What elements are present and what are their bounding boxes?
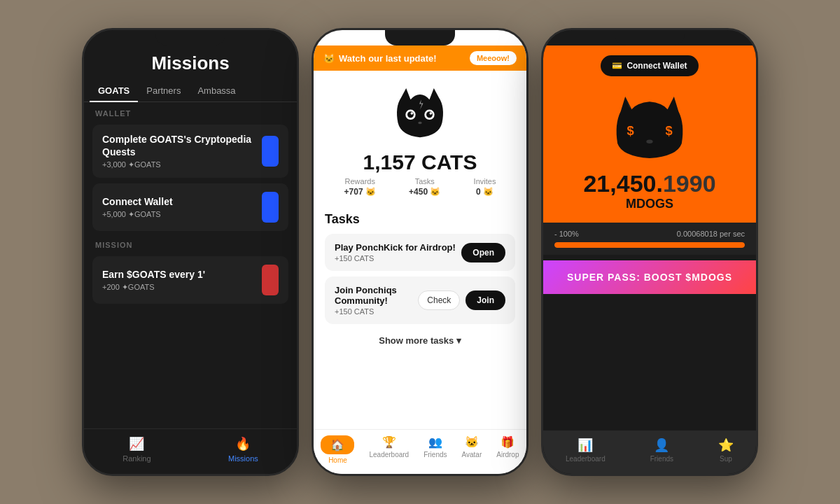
super-pass-button[interactable]: SUPER PASS: BOOST $MDOGS: [543, 260, 756, 294]
bottom-nav: 📈 Ranking 🔥 Missions: [84, 428, 297, 474]
phone-mdogs: 💳 Connect Wallet $ $: [541, 28, 758, 476]
stat-tasks: Tasks +450 🐱: [409, 177, 440, 197]
task-open-button[interactable]: Open: [461, 243, 505, 262]
bnav-friends-label: Friends: [424, 451, 447, 458]
leaderboard-icon: 🏆: [382, 435, 396, 449]
show-more-tasks[interactable]: Show more tasks ▾: [325, 330, 515, 351]
bnav-friends[interactable]: 👥 Friends: [424, 435, 447, 464]
dog-svg: $ $: [611, 89, 688, 166]
progress-section: - 100% 0.00068018 per sec: [543, 223, 756, 255]
bnav-sup-mdogs[interactable]: ⭐ Sup: [718, 438, 734, 463]
stats-row: Rewards +707 🐱 Tasks +450 🐱 Invites 0 🐱: [314, 174, 526, 200]
section-wallet-label: WALLET: [84, 102, 297, 122]
task-card-ponchiqs: Join Ponchiqs Community! +150 CATS Check…: [325, 276, 515, 324]
mission-btn-cryptopedia[interactable]: [262, 136, 279, 167]
banner-meeoow-button[interactable]: Meeoow!: [470, 51, 517, 65]
svg-point-6: [418, 122, 421, 125]
phone-missions: Missions GOATS Partners Ambassa WALLET C…: [82, 28, 299, 476]
bottom-nav-mdogs: 📊 Leaderboard 👤 Friends ⭐ Sup: [543, 430, 756, 474]
tab-bar: GOATS Partners Ambassa: [84, 80, 297, 102]
nav-ranking[interactable]: 📈 Ranking: [122, 436, 150, 463]
mission-reward-earn: +200 ✦GOATS: [102, 283, 205, 292]
sup-mdogs-icon: ⭐: [718, 438, 734, 453]
task-reward-ponchiqs: +150 CATS: [335, 307, 418, 316]
stat-rewards-value: +707 🐱: [344, 187, 376, 197]
bnav-avatar[interactable]: 🐱 Avatar: [462, 435, 482, 464]
home-icon: 🏠: [330, 439, 344, 451]
mission-reward-cryptopedia: +3,000 ✦GOATS: [102, 160, 262, 169]
phone-cats: 🐱 Watch our last update! Meeoow!: [312, 28, 528, 476]
bnav-airdrop-label: Airdrop: [496, 451, 519, 458]
amount-whole: 21,450.: [583, 170, 662, 197]
bnav-friends-mdogs-label: Friends: [650, 455, 673, 463]
avatar-icon: 🐱: [465, 435, 479, 449]
progress-fill: [554, 242, 745, 248]
progress-bar: [554, 242, 745, 248]
task-name-ponchkick: Play PonchKick for Airdrop!: [335, 242, 456, 253]
stat-rewards-label: Rewards: [345, 177, 375, 186]
svg-point-2: [407, 111, 414, 118]
bnav-home-label: Home: [328, 456, 347, 464]
stat-invites-value: 0 🐱: [476, 187, 493, 197]
mission-reward-wallet: +5,000 ✦GOATS: [102, 210, 173, 219]
phone-notch-mdogs: [615, 30, 685, 46]
progress-percent: - 100%: [554, 230, 579, 238]
nav-missions-label: Missions: [228, 454, 258, 463]
bnav-home[interactable]: 🏠 Home: [321, 435, 354, 464]
bnav-sup-mdogs-label: Sup: [720, 455, 732, 463]
stat-rewards: Rewards +707 🐱: [344, 177, 376, 197]
mission-btn-earn[interactable]: [262, 265, 279, 295]
task-name-ponchiqs: Join Ponchiqs Community!: [335, 285, 418, 306]
mission-title-cryptopedia: Complete GOATS's Cryptopedia Quests: [102, 133, 262, 158]
ranking-icon: 📈: [129, 436, 144, 451]
nav-ranking-label: Ranking: [122, 454, 150, 463]
bnav-leaderboard-mdogs[interactable]: 📊 Leaderboard: [566, 438, 606, 463]
mission-title-wallet: Connect Wallet: [102, 195, 173, 208]
stat-invites: Invites 0 🐱: [474, 177, 496, 197]
svg-text:$: $: [626, 123, 634, 138]
orange-section: 💳 Connect Wallet $ $: [543, 46, 756, 223]
bottom-nav-cats: 🏠 Home 🏆 Leaderboard 👥 Friends 🐱 Avatar …: [314, 429, 526, 474]
cat-banner-icon: 🐱: [323, 53, 335, 64]
task-check-button[interactable]: Check: [418, 290, 460, 310]
bnav-leaderboard-mdogs-label: Leaderboard: [566, 455, 606, 463]
tasks-title: Tasks: [325, 212, 515, 227]
friends-mdogs-icon: 👤: [654, 438, 669, 453]
svg-point-9: [646, 139, 652, 144]
banner-text: Watch our last update!: [339, 53, 437, 64]
mission-card-cryptopedia: Complete GOATS's Cryptopedia Quests +3,0…: [92, 125, 288, 178]
nav-missions[interactable]: 🔥 Missions: [228, 436, 258, 463]
page-title: Missions: [95, 52, 286, 74]
dog-logo: $ $: [554, 89, 745, 166]
wallet-icon: 💳: [612, 61, 622, 71]
amount-unit: MDOGS: [554, 197, 745, 211]
bnav-avatar-label: Avatar: [462, 451, 482, 458]
task-join-button[interactable]: Join: [465, 290, 505, 310]
screen-missions: Missions GOATS Partners Ambassa WALLET C…: [84, 30, 297, 474]
leaderboard-mdogs-icon: 📊: [578, 438, 593, 453]
screen-cats: 🐱 Watch our last update! Meeoow!: [314, 30, 526, 474]
friends-icon: 👥: [428, 435, 442, 449]
amount-decimal: 1990: [663, 170, 716, 197]
stat-tasks-label: Tasks: [415, 177, 435, 186]
stat-invites-label: Invites: [474, 177, 496, 186]
tasks-section: Tasks Play PonchKick for Airdrop! +150 C…: [314, 205, 526, 358]
bnav-airdrop[interactable]: 🎁 Airdrop: [496, 435, 519, 464]
connect-wallet-button[interactable]: 💳 Connect Wallet: [601, 55, 698, 76]
amount-display: 21,450.1990 MDOGS: [554, 172, 745, 211]
tab-partners[interactable]: Partners: [138, 80, 189, 102]
progress-rate: 0.00068018 per sec: [677, 230, 745, 238]
bnav-friends-mdogs[interactable]: 👤 Friends: [650, 438, 673, 463]
mission-btn-wallet[interactable]: [262, 192, 279, 223]
bnav-leaderboard[interactable]: 🏆 Leaderboard: [369, 435, 409, 464]
top-banner: 🐱 Watch our last update! Meeoow!: [314, 46, 526, 71]
cat-hero-section: 1,157 CATS Rewards +707 🐱 Tasks +450 🐱 I…: [314, 71, 526, 205]
stat-tasks-value: +450 🐱: [409, 187, 440, 197]
tab-ambassa[interactable]: Ambassa: [189, 80, 244, 102]
missions-header: Missions: [84, 46, 297, 80]
screen-mdogs: 💳 Connect Wallet $ $: [543, 30, 756, 474]
mission-card-earn: Earn $GOATS every 1' +200 ✦GOATS: [92, 256, 288, 304]
tab-goats[interactable]: GOATS: [90, 80, 138, 102]
cats-count: 1,157 CATS: [363, 150, 477, 174]
airdrop-icon: 🎁: [500, 435, 514, 449]
